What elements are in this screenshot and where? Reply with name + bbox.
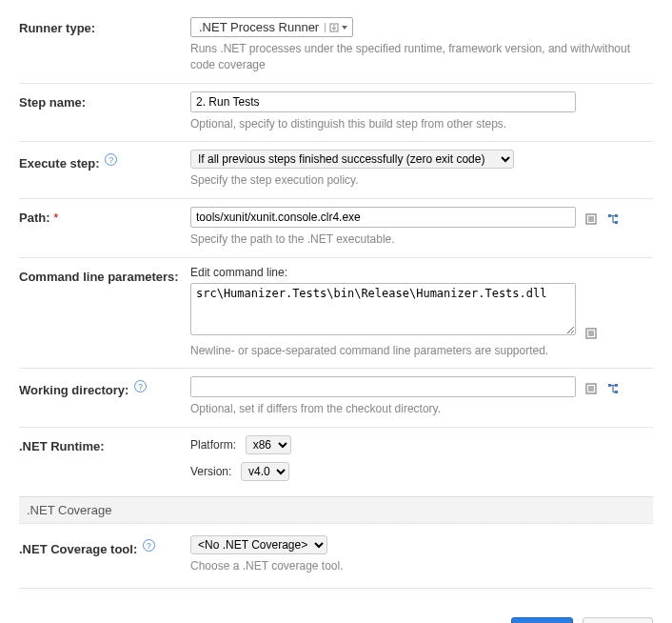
svg-rect-19: [608, 384, 611, 387]
execute-step-label: Execute step:: [19, 157, 100, 171]
step-name-input[interactable]: [190, 91, 576, 112]
svg-rect-20: [615, 384, 618, 387]
required-indicator: *: [53, 211, 58, 225]
step-name-help: Optional, specify to distinguish this bu…: [190, 116, 653, 132]
save-button[interactable]: Save: [511, 617, 572, 623]
svg-rect-7: [615, 221, 618, 224]
path-label: Path:: [19, 211, 50, 225]
edit-icon[interactable]: [585, 211, 599, 225]
load-icon: [329, 23, 339, 32]
platform-select[interactable]: x86: [246, 435, 291, 454]
net-coverage-tool-label: .NET Coverage tool:: [19, 542, 137, 556]
cmd-params-sublabel: Edit command line:: [190, 266, 653, 279]
net-runtime-label: .NET Runtime:: [19, 435, 190, 453]
chevron-down-icon: [341, 24, 348, 31]
platform-label: Platform:: [190, 438, 236, 452]
cmd-params-help: Newline- or space-separated command line…: [190, 343, 653, 359]
net-coverage-section: .NET Coverage: [19, 496, 653, 524]
net-coverage-tool-select[interactable]: <No .NET Coverage>: [190, 535, 327, 554]
help-icon[interactable]: ?: [105, 153, 117, 166]
step-name-label: Step name:: [19, 91, 190, 110]
working-dir-help: Optional, set if differs from the checko…: [190, 401, 653, 417]
cmd-params-label: Command line parameters:: [19, 266, 190, 284]
help-icon[interactable]: ?: [134, 380, 147, 392]
working-dir-input[interactable]: [190, 376, 576, 397]
runner-type-value: .NET Process Runner: [199, 20, 319, 34]
edit-icon[interactable]: [585, 381, 599, 394]
execute-step-help: Specify the step execution policy.: [190, 172, 653, 189]
runner-type-help: Runs .NET processes under the specified …: [190, 41, 653, 73]
execute-step-select[interactable]: If all previous steps finished successfu…: [190, 150, 514, 169]
edit-icon[interactable]: [585, 326, 599, 339]
net-coverage-tool-help: Choose a .NET coverage tool.: [190, 558, 653, 574]
version-label: Version:: [190, 465, 231, 478]
path-help: Specify the path to the .NET executable.: [190, 231, 653, 248]
tree-picker-icon[interactable]: [607, 381, 621, 394]
path-input[interactable]: [190, 207, 576, 228]
runner-type-label: Runner type:: [19, 17, 190, 35]
svg-rect-6: [615, 214, 618, 217]
working-dir-label: Working directory:: [19, 384, 128, 398]
cancel-button[interactable]: Cancel: [583, 617, 653, 623]
svg-rect-5: [608, 214, 611, 217]
svg-rect-21: [615, 391, 618, 393]
tree-picker-icon[interactable]: [607, 211, 621, 225]
cmd-params-textarea[interactable]: src\Humanizer.Tests\bin\Release\Humanize…: [190, 283, 576, 335]
version-select[interactable]: v4.0: [241, 462, 289, 481]
help-icon[interactable]: ?: [143, 539, 155, 552]
runner-type-dropdown[interactable]: .NET Process Runner: [190, 17, 353, 37]
